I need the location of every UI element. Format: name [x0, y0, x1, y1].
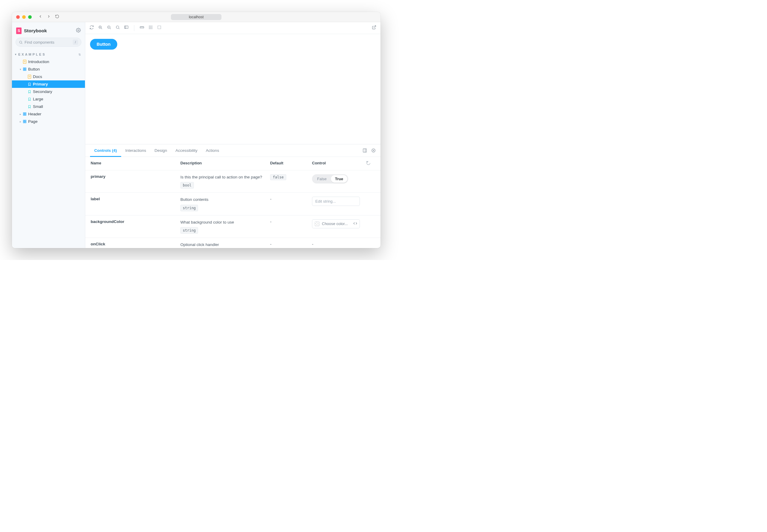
- tab-design[interactable]: Design: [150, 144, 171, 157]
- nav-item-docs[interactable]: Docs: [12, 73, 85, 80]
- nav-label: Docs: [33, 74, 42, 79]
- control-value: -: [312, 242, 366, 246]
- url-bar[interactable]: localhost: [171, 14, 222, 20]
- viewport-icon[interactable]: [124, 25, 129, 31]
- gear-icon[interactable]: [76, 28, 81, 34]
- type-tag: string: [180, 227, 198, 234]
- col-name: Name: [91, 161, 180, 165]
- bookmark-icon: [27, 97, 32, 101]
- svg-point-27: [150, 28, 151, 29]
- bookmark-icon: [27, 105, 32, 108]
- col-control: Control: [312, 161, 366, 165]
- browser-nav: [38, 14, 59, 20]
- nav-label: Secondary: [33, 89, 52, 94]
- back-icon[interactable]: [38, 14, 42, 20]
- nav-label: Primary: [33, 82, 48, 86]
- toggle-false[interactable]: False: [313, 175, 331, 183]
- close-window-button[interactable]: [16, 15, 20, 19]
- tab-accessibility[interactable]: Accessibility: [171, 144, 202, 157]
- section-title: EXAMPLES: [18, 53, 46, 56]
- addons-panel: Controls (4) Interactions Design Accessi…: [85, 144, 381, 248]
- addon-tabs: Controls (4) Interactions Design Accessi…: [85, 144, 381, 157]
- close-panel-icon[interactable]: [371, 148, 376, 153]
- tab-controls[interactable]: Controls (4): [90, 144, 121, 157]
- control-row-label: label Button contents string - Edit stri…: [85, 193, 381, 215]
- color-swatch-icon: [315, 221, 320, 226]
- nav-item-small[interactable]: Small: [12, 103, 85, 110]
- nav-tree: Introduction ▾ Button Docs Primary: [12, 58, 85, 125]
- string-input[interactable]: Edit string...: [312, 197, 360, 206]
- svg-rect-7: [25, 113, 26, 114]
- tab-interactions[interactable]: Interactions: [121, 144, 150, 157]
- main: Button Controls (4) Interactions Design …: [85, 22, 381, 248]
- svg-rect-10: [23, 120, 24, 121]
- search-placeholder: Find components: [25, 40, 73, 45]
- titlebar: localhost: [12, 12, 381, 22]
- preview-button[interactable]: Button: [90, 39, 117, 50]
- brand[interactable]: Storybook: [16, 27, 47, 34]
- nav-item-secondary[interactable]: Secondary: [12, 88, 85, 95]
- section-header-examples[interactable]: ▾ EXAMPLES ⇅: [12, 50, 85, 58]
- nav-label: Large: [33, 97, 43, 101]
- search-shortcut: /: [73, 39, 78, 45]
- brand-name: Storybook: [24, 28, 47, 33]
- search-input[interactable]: Find components /: [16, 38, 81, 47]
- nav-item-header[interactable]: ▸ Header: [12, 110, 85, 118]
- zoom-reset-icon[interactable]: [115, 25, 120, 31]
- sort-icon[interactable]: ⇅: [78, 53, 81, 56]
- minimize-window-button[interactable]: [22, 15, 26, 19]
- svg-point-0: [78, 30, 79, 31]
- story-canvas: Button: [85, 34, 381, 144]
- svg-rect-13: [25, 122, 26, 123]
- color-input[interactable]: Choose color...: [312, 219, 360, 228]
- prop-description: What background color to use string: [180, 219, 270, 234]
- type-tag: bool: [180, 182, 194, 189]
- controls-table-header: Name Description Default Control: [85, 157, 381, 170]
- toggle-true[interactable]: True: [331, 175, 347, 183]
- nav-item-introduction[interactable]: Introduction: [12, 58, 85, 65]
- svg-rect-17: [125, 26, 128, 29]
- svg-rect-9: [25, 114, 26, 115]
- grid-icon[interactable]: [148, 25, 153, 31]
- reload-icon[interactable]: [55, 14, 59, 20]
- nav-item-page[interactable]: ▸ Page: [12, 118, 85, 125]
- svg-rect-19: [140, 27, 144, 28]
- sync-icon[interactable]: [89, 25, 94, 31]
- maximize-window-button[interactable]: [28, 15, 32, 19]
- code-icon[interactable]: [353, 221, 357, 226]
- sidebar: Storybook Find components / ▾ EXAMPLES: [12, 22, 85, 248]
- nav-label: Header: [28, 112, 41, 116]
- panel-orientation-icon[interactable]: [363, 148, 367, 153]
- control-row-onclick: onClick Optional click handler func - -: [85, 238, 381, 248]
- document-icon: [22, 60, 27, 64]
- svg-rect-11: [25, 120, 26, 121]
- default-value: -: [270, 197, 312, 201]
- default-value: -: [270, 242, 312, 246]
- zoom-in-icon[interactable]: [98, 25, 103, 31]
- prop-name: onClick: [91, 242, 180, 246]
- search-icon: [19, 40, 23, 44]
- nav-item-large[interactable]: Large: [12, 95, 85, 103]
- forward-icon[interactable]: [47, 14, 51, 20]
- svg-point-20: [149, 26, 149, 26]
- measure-icon[interactable]: [140, 25, 144, 31]
- prop-name: primary: [91, 174, 180, 179]
- nav-label: Page: [28, 119, 38, 124]
- svg-rect-8: [23, 114, 24, 115]
- svg-rect-5: [25, 69, 26, 71]
- nav-label: Small: [33, 104, 43, 109]
- bookmark-icon: [27, 82, 32, 86]
- component-icon: [22, 68, 27, 71]
- tab-actions[interactable]: Actions: [202, 144, 223, 157]
- open-new-tab-icon[interactable]: [372, 25, 376, 31]
- reset-icon[interactable]: [366, 161, 375, 166]
- default-value: -: [270, 219, 312, 224]
- nav-item-button[interactable]: ▾ Button: [12, 65, 85, 73]
- svg-point-1: [19, 41, 22, 43]
- svg-point-16: [116, 26, 119, 29]
- app-window: localhost Storybook Find components /: [12, 12, 381, 248]
- outline-icon[interactable]: [157, 25, 161, 31]
- boolean-toggle[interactable]: False True: [312, 174, 348, 184]
- zoom-out-icon[interactable]: [107, 25, 111, 31]
- nav-item-primary[interactable]: Primary: [12, 80, 85, 88]
